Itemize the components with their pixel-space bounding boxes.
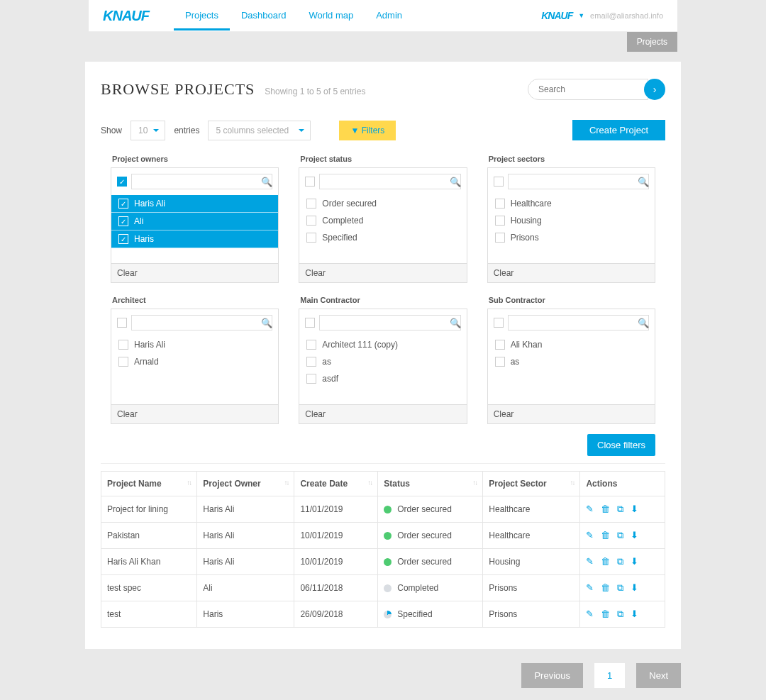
filter-select-all-checkbox[interactable]	[305, 318, 315, 328]
checkbox-icon[interactable]	[495, 233, 505, 243]
filter-item[interactable]: ✓Haris	[111, 230, 278, 248]
filter-clear-button[interactable]: Clear	[488, 263, 655, 282]
column-header[interactable]: Actions	[580, 472, 665, 496]
download-icon[interactable]: ⬇	[631, 504, 638, 515]
filter-item[interactable]: Healthcare	[488, 195, 655, 212]
filter-search-input[interactable]	[319, 315, 460, 330]
column-header[interactable]: Project Sector↑↓	[483, 472, 580, 496]
filter-clear-button[interactable]: Clear	[299, 263, 466, 282]
filter-search-input[interactable]	[319, 174, 460, 189]
copy-icon[interactable]: ⧉	[617, 556, 623, 567]
delete-icon[interactable]: 🗑	[601, 504, 610, 515]
breadcrumb[interactable]: Projects	[627, 32, 677, 52]
filter-item[interactable]: Specified	[299, 229, 466, 246]
checkbox-icon[interactable]	[306, 199, 316, 209]
filter-select-all-checkbox[interactable]	[494, 318, 504, 328]
filter-select-all-checkbox[interactable]	[305, 177, 315, 187]
edit-icon[interactable]: ✎	[586, 504, 594, 515]
checkbox-icon[interactable]	[306, 216, 316, 226]
checkbox-icon[interactable]	[306, 233, 316, 243]
page-size-select[interactable]: 10	[131, 121, 165, 140]
cell-project-name: Haris Ali Khan	[101, 549, 197, 575]
checkbox-icon[interactable]	[306, 340, 316, 350]
filter-clear-button[interactable]: Clear	[111, 404, 278, 423]
download-icon[interactable]: ⬇	[631, 556, 638, 567]
filter-search-input[interactable]	[131, 174, 272, 189]
edit-icon[interactable]: ✎	[586, 609, 594, 620]
filter-search-input[interactable]	[508, 315, 649, 330]
download-icon[interactable]: ⬇	[631, 582, 638, 594]
nav-projects[interactable]: Projects	[174, 1, 230, 30]
filter-item-label: Prisons	[511, 233, 539, 243]
nav-dashboard[interactable]: Dashboard	[230, 1, 298, 30]
previous-button[interactable]: Previous	[521, 663, 583, 688]
filter-item[interactable]: as	[299, 353, 466, 370]
status-label: Order secured	[397, 504, 452, 514]
filter-item[interactable]: Completed	[299, 212, 466, 229]
delete-icon[interactable]: 🗑	[601, 556, 610, 567]
delete-icon[interactable]: 🗑	[601, 582, 610, 594]
checkbox-icon[interactable]	[495, 216, 505, 226]
filter-box: 🔍Architect 111 (copy)asasdfClear	[299, 309, 467, 424]
status-dot-icon	[384, 558, 392, 566]
column-header[interactable]: Project Owner↑↓	[197, 472, 294, 496]
filter-select-all-checkbox[interactable]	[494, 177, 504, 187]
create-project-button[interactable]: Create Project	[572, 120, 665, 140]
columns-select[interactable]: 5 columns selected	[208, 121, 311, 140]
download-icon[interactable]: ⬇	[631, 609, 638, 620]
filter-clear-button[interactable]: Clear	[111, 263, 278, 282]
page-1-button[interactable]: 1	[594, 663, 625, 688]
filter-item[interactable]: ✓Haris Ali	[111, 195, 278, 213]
edit-icon[interactable]: ✎	[586, 582, 594, 594]
next-button[interactable]: Next	[636, 663, 681, 688]
edit-icon[interactable]: ✎	[586, 530, 594, 541]
search-button[interactable]: ›	[644, 79, 665, 100]
column-header[interactable]: Status↑↓	[378, 472, 483, 496]
filter-item[interactable]: Haris Ali	[111, 336, 278, 353]
checkbox-icon[interactable]	[306, 357, 316, 367]
cell-project-owner: Haris Ali	[197, 523, 294, 549]
filter-item[interactable]: Arnald	[111, 353, 278, 370]
download-icon[interactable]: ⬇	[631, 530, 638, 541]
checkbox-icon[interactable]: ✓	[118, 234, 128, 244]
copy-icon[interactable]: ⧉	[617, 582, 623, 594]
filter-label: Project status	[299, 155, 467, 163]
filter-select-all-checkbox[interactable]	[117, 318, 127, 328]
filters-button[interactable]: ▼ Filters	[339, 121, 396, 140]
filter-search-input[interactable]	[508, 174, 649, 189]
cell-actions: ✎🗑⧉⬇	[580, 523, 665, 549]
filter-clear-button[interactable]: Clear	[488, 404, 655, 423]
filter-search-input[interactable]	[131, 315, 272, 330]
filter-select-all-checkbox[interactable]: ✓	[117, 177, 127, 187]
filter-item[interactable]: asdf	[299, 370, 466, 387]
copy-icon[interactable]: ⧉	[617, 609, 623, 620]
filter-item[interactable]: Prisons	[488, 229, 655, 246]
column-header[interactable]: Create Date↑↓	[294, 472, 378, 496]
filter-item[interactable]: ✓Ali	[111, 213, 278, 230]
filter-item[interactable]: Architect 111 (copy)	[299, 336, 466, 353]
checkbox-icon[interactable]	[495, 357, 505, 367]
filter-item[interactable]: as	[488, 353, 655, 370]
checkbox-icon[interactable]	[306, 374, 316, 384]
filter-item[interactable]: Order secured	[299, 195, 466, 212]
brand-logo-small[interactable]: KNAUF	[541, 10, 572, 21]
close-filters-button[interactable]: Close filters	[587, 434, 655, 456]
checkbox-icon[interactable]	[495, 340, 505, 350]
nav-world-map[interactable]: World map	[298, 1, 365, 30]
delete-icon[interactable]: 🗑	[601, 609, 610, 620]
checkbox-icon[interactable]: ✓	[118, 199, 128, 209]
nav-admin[interactable]: Admin	[365, 1, 413, 30]
checkbox-icon[interactable]	[495, 199, 505, 209]
search-input[interactable]	[528, 79, 648, 100]
checkbox-icon[interactable]	[118, 340, 128, 350]
column-header[interactable]: Project Name↑↓	[101, 472, 197, 496]
filter-item[interactable]: Ali Khan	[488, 336, 655, 353]
delete-icon[interactable]: 🗑	[601, 530, 610, 541]
filter-item[interactable]: Housing	[488, 212, 655, 229]
filter-clear-button[interactable]: Clear	[299, 404, 466, 423]
copy-icon[interactable]: ⧉	[617, 530, 623, 541]
copy-icon[interactable]: ⧉	[617, 504, 623, 515]
checkbox-icon[interactable]	[118, 357, 128, 367]
edit-icon[interactable]: ✎	[586, 556, 594, 567]
checkbox-icon[interactable]: ✓	[118, 216, 128, 226]
